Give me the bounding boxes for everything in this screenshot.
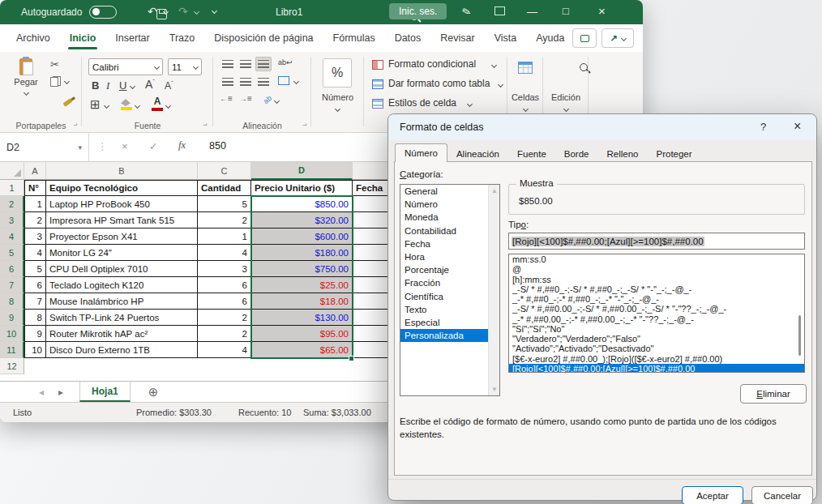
cell[interactable]: 1 xyxy=(198,229,251,245)
category-item[interactable]: General xyxy=(400,185,488,198)
status-average[interactable]: Promedio: $303.30 xyxy=(136,408,212,417)
dialog-tab-proteger[interactable]: Proteger xyxy=(647,146,700,162)
close-button[interactable]: × xyxy=(598,4,606,18)
orientation-dropdown-icon[interactable] xyxy=(274,98,280,104)
category-item[interactable]: Contabilidad xyxy=(400,224,488,237)
category-listbox[interactable]: General Número Moneda Contabilidad Fecha… xyxy=(400,184,500,396)
align-bottom-icon[interactable] xyxy=(255,57,272,71)
row-header[interactable]: 3 xyxy=(0,212,24,229)
cancel-entry-icon[interactable]: × xyxy=(122,140,128,152)
new-sheet-icon[interactable]: ⊕ xyxy=(148,385,159,399)
tab-archivo[interactable]: Archivo xyxy=(6,25,60,51)
cell[interactable]: Mouse Inalámbrico HP xyxy=(46,293,198,310)
row-header[interactable]: 12 xyxy=(0,358,24,374)
category-item[interactable]: Hora xyxy=(400,250,488,263)
paste-button[interactable]: Pegar xyxy=(10,58,42,96)
cell[interactable] xyxy=(46,358,198,374)
cell[interactable]: Proyector Epson X41 xyxy=(46,229,198,245)
cell[interactable]: 4 xyxy=(24,245,46,261)
tab-formulas[interactable]: Fórmulas xyxy=(323,25,385,51)
cell[interactable]: 4 xyxy=(198,342,251,358)
cell[interactable]: 6 xyxy=(198,277,251,293)
cell[interactable]: 10 xyxy=(24,342,46,358)
column-header-d[interactable]: D xyxy=(251,162,353,180)
orientation-icon[interactable]: ab xyxy=(262,94,273,105)
cell[interactable] xyxy=(198,358,251,374)
name-box-dropdown-icon[interactable]: ▾ xyxy=(78,143,82,152)
category-item[interactable]: Número xyxy=(400,198,488,211)
ribbon-options-icon[interactable] xyxy=(494,6,505,15)
dialog-close-icon[interactable]: × xyxy=(794,119,801,134)
cell[interactable]: $18.00 xyxy=(251,293,353,310)
cell[interactable]: 3 xyxy=(198,261,251,277)
align-center-icon[interactable] xyxy=(238,75,254,89)
undo-icon[interactable]: ↶ xyxy=(148,5,157,18)
cell[interactable]: 3 xyxy=(24,229,46,245)
row-header[interactable]: 6 xyxy=(0,261,24,277)
cell[interactable]: Switch TP-Link 24 Puertos xyxy=(46,310,198,326)
format-code-item[interactable]: [$€-x-euro2] #,##0.00_);[Rojo]([$€-x-eur… xyxy=(509,354,804,364)
cell[interactable]: Router Mikrotik hAP ac² xyxy=(46,326,198,342)
cell[interactable]: Teclado Logitech K120 xyxy=(46,277,198,293)
row-header[interactable]: 9 xyxy=(0,310,24,326)
format-code-item[interactable]: _-S/ * #,##0_-;-S/ * #,##0_-;_-S/ * "-"_… xyxy=(509,284,804,294)
underline-button[interactable]: U xyxy=(119,79,126,92)
cell[interactable]: 5 xyxy=(24,261,46,277)
alignment-dialog-launcher-icon[interactable]: ⌐ xyxy=(302,122,306,130)
tab-ayuda[interactable]: Ayuda xyxy=(526,25,574,51)
category-item[interactable]: Moneda xyxy=(400,211,488,224)
status-count[interactable]: Recuento: 10 xyxy=(238,408,291,417)
align-right-icon[interactable] xyxy=(255,75,272,89)
maximize-button[interactable]: □ xyxy=(563,5,569,17)
tab-inicio[interactable]: Inicio xyxy=(60,25,106,51)
scroll-up-icon[interactable]: ▲ xyxy=(489,187,500,194)
cell[interactable]: 4 xyxy=(198,245,251,261)
cell[interactable]: 6 xyxy=(24,277,46,293)
cell-styles-button[interactable]: Estilos de celda xyxy=(388,97,456,109)
minimize-button[interactable]: — xyxy=(527,6,537,18)
bold-button[interactable]: B xyxy=(92,79,99,92)
clipboard-dialog-launcher-icon[interactable]: ⌐ xyxy=(73,122,77,130)
cell[interactable]: $750.00 xyxy=(251,261,353,277)
cell[interactable]: 7 xyxy=(24,293,46,310)
cell-header-equipo[interactable]: Equipo Tecnológico xyxy=(46,180,198,196)
format-code-item[interactable]: _-* #,##0_-;-* #,##0_-;_-* "-"_-;_-@_- xyxy=(509,294,804,304)
format-code-item-selected[interactable]: [Rojo][<100]$#,##0.00;[Azul][>=100]$#,##… xyxy=(509,364,804,373)
sheet-tab-hoja1[interactable]: Hoja1 xyxy=(79,382,131,402)
cell[interactable]: 5 xyxy=(198,196,251,212)
font-color-dropdown-icon[interactable] xyxy=(165,103,171,109)
dialog-tab-alineacion[interactable]: Alineación xyxy=(447,146,508,162)
select-all-corner[interactable] xyxy=(0,162,24,180)
comments-button[interactable] xyxy=(572,28,597,48)
category-item[interactable]: Especial xyxy=(400,316,488,329)
format-code-item[interactable]: mm:ss.0 xyxy=(509,254,804,264)
category-item[interactable]: Científica xyxy=(400,290,488,303)
cell[interactable]: $25.00 xyxy=(251,277,353,293)
cell[interactable]: 8 xyxy=(24,310,46,326)
tab-datos[interactable]: Datos xyxy=(385,25,431,51)
sheet-nav-right-icon[interactable]: ▸ xyxy=(58,387,63,398)
row-header[interactable]: 5 xyxy=(0,245,24,261)
borders-dropdown-icon[interactable] xyxy=(104,103,109,109)
category-item-selected[interactable]: Personalizada xyxy=(400,329,488,342)
tab-insertar[interactable]: Insertar xyxy=(105,25,159,51)
dialog-help-icon[interactable]: ? xyxy=(760,121,766,133)
cell[interactable]: $320.00 xyxy=(251,212,353,229)
row-header[interactable]: 1 xyxy=(0,180,24,196)
category-scrollbar[interactable]: ▲ ▼ xyxy=(488,185,499,395)
share-button[interactable]: ↗ xyxy=(602,28,634,48)
cell[interactable]: 2 xyxy=(198,326,251,342)
font-name-select[interactable]: Calibri xyxy=(88,58,163,75)
row-header[interactable]: 10 xyxy=(0,326,24,342)
dialog-tab-numero[interactable]: Número xyxy=(395,143,447,162)
conditional-formatting-button[interactable]: Formato condicional xyxy=(388,58,476,70)
cell[interactable]: 9 xyxy=(24,326,46,342)
align-middle-icon[interactable] xyxy=(238,57,254,71)
tab-revisar[interactable]: Revisar xyxy=(430,25,484,51)
column-header-a[interactable]: A xyxy=(24,162,46,180)
confirm-entry-icon[interactable]: ✓ xyxy=(149,140,157,152)
format-code-list[interactable]: mm:ss.0 @ [h]:mm:ss _-S/ * #,##0_-;-S/ *… xyxy=(508,254,805,373)
cell[interactable] xyxy=(251,358,353,374)
format-code-item[interactable]: [h]:mm:ss xyxy=(509,275,804,284)
format-code-item[interactable]: @ xyxy=(509,264,804,274)
